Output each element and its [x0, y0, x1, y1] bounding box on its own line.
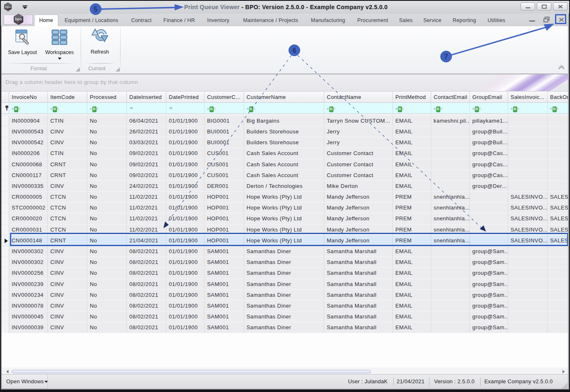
svg-text:bpo: bpo: [15, 17, 22, 21]
svg-text:bpo: bpo: [5, 5, 11, 9]
